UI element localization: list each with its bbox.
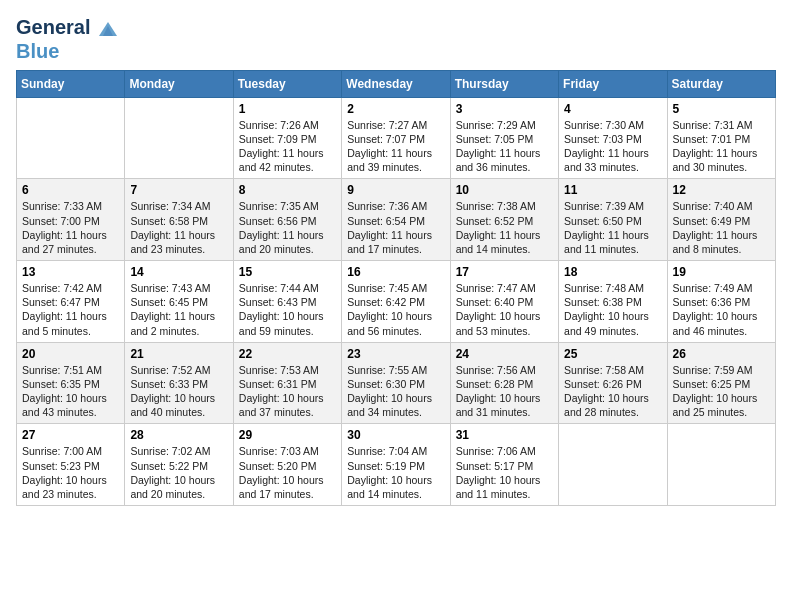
day-number: 4 bbox=[564, 102, 661, 116]
calendar-cell: 14Sunrise: 7:43 AM Sunset: 6:45 PM Dayli… bbox=[125, 261, 233, 343]
logo-icon bbox=[97, 18, 119, 40]
calendar-cell: 30Sunrise: 7:04 AM Sunset: 5:19 PM Dayli… bbox=[342, 424, 450, 506]
logo: General Blue bbox=[16, 16, 119, 62]
calendar-cell: 28Sunrise: 7:02 AM Sunset: 5:22 PM Dayli… bbox=[125, 424, 233, 506]
day-info: Sunrise: 7:03 AM Sunset: 5:20 PM Dayligh… bbox=[239, 444, 336, 501]
day-info: Sunrise: 7:00 AM Sunset: 5:23 PM Dayligh… bbox=[22, 444, 119, 501]
day-number: 17 bbox=[456, 265, 553, 279]
day-number: 10 bbox=[456, 183, 553, 197]
day-number: 18 bbox=[564, 265, 661, 279]
calendar-cell: 5Sunrise: 7:31 AM Sunset: 7:01 PM Daylig… bbox=[667, 97, 775, 179]
day-number: 27 bbox=[22, 428, 119, 442]
day-number: 3 bbox=[456, 102, 553, 116]
calendar-cell: 11Sunrise: 7:39 AM Sunset: 6:50 PM Dayli… bbox=[559, 179, 667, 261]
day-number: 28 bbox=[130, 428, 227, 442]
day-number: 29 bbox=[239, 428, 336, 442]
day-info: Sunrise: 7:47 AM Sunset: 6:40 PM Dayligh… bbox=[456, 281, 553, 338]
week-row-4: 20Sunrise: 7:51 AM Sunset: 6:35 PM Dayli… bbox=[17, 342, 776, 424]
day-number: 13 bbox=[22, 265, 119, 279]
calendar-cell: 15Sunrise: 7:44 AM Sunset: 6:43 PM Dayli… bbox=[233, 261, 341, 343]
day-number: 14 bbox=[130, 265, 227, 279]
day-info: Sunrise: 7:26 AM Sunset: 7:09 PM Dayligh… bbox=[239, 118, 336, 175]
calendar-cell: 10Sunrise: 7:38 AM Sunset: 6:52 PM Dayli… bbox=[450, 179, 558, 261]
calendar-cell: 21Sunrise: 7:52 AM Sunset: 6:33 PM Dayli… bbox=[125, 342, 233, 424]
calendar-cell: 26Sunrise: 7:59 AM Sunset: 6:25 PM Dayli… bbox=[667, 342, 775, 424]
day-number: 12 bbox=[673, 183, 770, 197]
day-info: Sunrise: 7:04 AM Sunset: 5:19 PM Dayligh… bbox=[347, 444, 444, 501]
weekday-header-sunday: Sunday bbox=[17, 70, 125, 97]
day-number: 20 bbox=[22, 347, 119, 361]
calendar-cell: 23Sunrise: 7:55 AM Sunset: 6:30 PM Dayli… bbox=[342, 342, 450, 424]
calendar-cell: 7Sunrise: 7:34 AM Sunset: 6:58 PM Daylig… bbox=[125, 179, 233, 261]
day-number: 5 bbox=[673, 102, 770, 116]
day-info: Sunrise: 7:55 AM Sunset: 6:30 PM Dayligh… bbox=[347, 363, 444, 420]
day-number: 2 bbox=[347, 102, 444, 116]
day-info: Sunrise: 7:44 AM Sunset: 6:43 PM Dayligh… bbox=[239, 281, 336, 338]
calendar-cell: 22Sunrise: 7:53 AM Sunset: 6:31 PM Dayli… bbox=[233, 342, 341, 424]
calendar-cell: 8Sunrise: 7:35 AM Sunset: 6:56 PM Daylig… bbox=[233, 179, 341, 261]
calendar-cell: 29Sunrise: 7:03 AM Sunset: 5:20 PM Dayli… bbox=[233, 424, 341, 506]
week-row-3: 13Sunrise: 7:42 AM Sunset: 6:47 PM Dayli… bbox=[17, 261, 776, 343]
day-number: 24 bbox=[456, 347, 553, 361]
calendar-cell: 16Sunrise: 7:45 AM Sunset: 6:42 PM Dayli… bbox=[342, 261, 450, 343]
calendar-cell bbox=[17, 97, 125, 179]
calendar-cell: 17Sunrise: 7:47 AM Sunset: 6:40 PM Dayli… bbox=[450, 261, 558, 343]
day-info: Sunrise: 7:53 AM Sunset: 6:31 PM Dayligh… bbox=[239, 363, 336, 420]
calendar-cell: 13Sunrise: 7:42 AM Sunset: 6:47 PM Dayli… bbox=[17, 261, 125, 343]
day-number: 6 bbox=[22, 183, 119, 197]
calendar-cell: 1Sunrise: 7:26 AM Sunset: 7:09 PM Daylig… bbox=[233, 97, 341, 179]
day-info: Sunrise: 7:33 AM Sunset: 7:00 PM Dayligh… bbox=[22, 199, 119, 256]
day-info: Sunrise: 7:35 AM Sunset: 6:56 PM Dayligh… bbox=[239, 199, 336, 256]
day-number: 25 bbox=[564, 347, 661, 361]
day-info: Sunrise: 7:39 AM Sunset: 6:50 PM Dayligh… bbox=[564, 199, 661, 256]
day-info: Sunrise: 7:51 AM Sunset: 6:35 PM Dayligh… bbox=[22, 363, 119, 420]
day-number: 21 bbox=[130, 347, 227, 361]
day-number: 15 bbox=[239, 265, 336, 279]
day-info: Sunrise: 7:49 AM Sunset: 6:36 PM Dayligh… bbox=[673, 281, 770, 338]
calendar-cell: 25Sunrise: 7:58 AM Sunset: 6:26 PM Dayli… bbox=[559, 342, 667, 424]
day-number: 11 bbox=[564, 183, 661, 197]
calendar-cell: 2Sunrise: 7:27 AM Sunset: 7:07 PM Daylig… bbox=[342, 97, 450, 179]
weekday-header-friday: Friday bbox=[559, 70, 667, 97]
day-info: Sunrise: 7:36 AM Sunset: 6:54 PM Dayligh… bbox=[347, 199, 444, 256]
day-info: Sunrise: 7:02 AM Sunset: 5:22 PM Dayligh… bbox=[130, 444, 227, 501]
calendar-cell: 18Sunrise: 7:48 AM Sunset: 6:38 PM Dayli… bbox=[559, 261, 667, 343]
day-info: Sunrise: 7:59 AM Sunset: 6:25 PM Dayligh… bbox=[673, 363, 770, 420]
page-header: General Blue bbox=[16, 16, 776, 62]
calendar-cell: 19Sunrise: 7:49 AM Sunset: 6:36 PM Dayli… bbox=[667, 261, 775, 343]
calendar-cell bbox=[559, 424, 667, 506]
weekday-header-wednesday: Wednesday bbox=[342, 70, 450, 97]
day-number: 22 bbox=[239, 347, 336, 361]
day-number: 8 bbox=[239, 183, 336, 197]
weekday-header-thursday: Thursday bbox=[450, 70, 558, 97]
day-info: Sunrise: 7:06 AM Sunset: 5:17 PM Dayligh… bbox=[456, 444, 553, 501]
calendar-cell: 31Sunrise: 7:06 AM Sunset: 5:17 PM Dayli… bbox=[450, 424, 558, 506]
day-info: Sunrise: 7:38 AM Sunset: 6:52 PM Dayligh… bbox=[456, 199, 553, 256]
day-info: Sunrise: 7:29 AM Sunset: 7:05 PM Dayligh… bbox=[456, 118, 553, 175]
day-number: 7 bbox=[130, 183, 227, 197]
day-number: 19 bbox=[673, 265, 770, 279]
week-row-1: 1Sunrise: 7:26 AM Sunset: 7:09 PM Daylig… bbox=[17, 97, 776, 179]
day-info: Sunrise: 7:34 AM Sunset: 6:58 PM Dayligh… bbox=[130, 199, 227, 256]
day-info: Sunrise: 7:27 AM Sunset: 7:07 PM Dayligh… bbox=[347, 118, 444, 175]
day-number: 1 bbox=[239, 102, 336, 116]
day-number: 26 bbox=[673, 347, 770, 361]
weekday-header-row: SundayMondayTuesdayWednesdayThursdayFrid… bbox=[17, 70, 776, 97]
calendar-table: SundayMondayTuesdayWednesdayThursdayFrid… bbox=[16, 70, 776, 506]
day-number: 31 bbox=[456, 428, 553, 442]
day-number: 16 bbox=[347, 265, 444, 279]
day-info: Sunrise: 7:52 AM Sunset: 6:33 PM Dayligh… bbox=[130, 363, 227, 420]
day-info: Sunrise: 7:31 AM Sunset: 7:01 PM Dayligh… bbox=[673, 118, 770, 175]
day-number: 23 bbox=[347, 347, 444, 361]
day-info: Sunrise: 7:42 AM Sunset: 6:47 PM Dayligh… bbox=[22, 281, 119, 338]
day-number: 30 bbox=[347, 428, 444, 442]
calendar-cell bbox=[667, 424, 775, 506]
calendar-cell: 9Sunrise: 7:36 AM Sunset: 6:54 PM Daylig… bbox=[342, 179, 450, 261]
calendar-cell: 27Sunrise: 7:00 AM Sunset: 5:23 PM Dayli… bbox=[17, 424, 125, 506]
weekday-header-saturday: Saturday bbox=[667, 70, 775, 97]
week-row-2: 6Sunrise: 7:33 AM Sunset: 7:00 PM Daylig… bbox=[17, 179, 776, 261]
day-info: Sunrise: 7:43 AM Sunset: 6:45 PM Dayligh… bbox=[130, 281, 227, 338]
week-row-5: 27Sunrise: 7:00 AM Sunset: 5:23 PM Dayli… bbox=[17, 424, 776, 506]
day-info: Sunrise: 7:45 AM Sunset: 6:42 PM Dayligh… bbox=[347, 281, 444, 338]
day-info: Sunrise: 7:56 AM Sunset: 6:28 PM Dayligh… bbox=[456, 363, 553, 420]
